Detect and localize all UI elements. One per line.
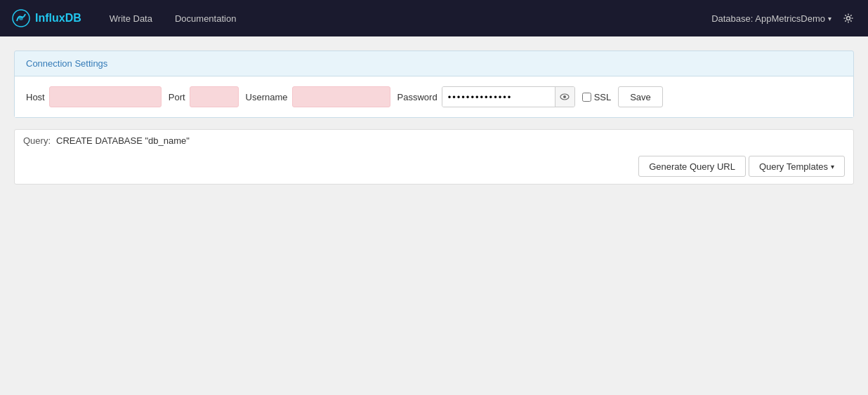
query-row: Query: bbox=[15, 130, 853, 152]
username-label: Username bbox=[246, 92, 288, 102]
svg-point-1 bbox=[19, 16, 23, 20]
connection-settings-title: Connection Settings bbox=[26, 58, 107, 69]
navbar-links: Write Data Documentation bbox=[98, 0, 711, 36]
navbar: InfluxDB Write Data Documentation Databa… bbox=[0, 0, 868, 36]
main-content: Connection Settings Host Port Username P… bbox=[0, 36, 868, 394]
nav-documentation[interactable]: Documentation bbox=[164, 0, 247, 36]
query-actions: Generate Query URL Query Templates ▾ bbox=[15, 152, 853, 184]
navbar-right: Database: AppMetricsDemo ▾ bbox=[711, 10, 857, 27]
database-selector-label: Database: AppMetricsDemo bbox=[711, 13, 825, 24]
username-field-group: Username bbox=[246, 86, 390, 107]
influxdb-logo-icon bbox=[11, 8, 31, 28]
query-input[interactable] bbox=[56, 135, 845, 146]
chevron-down-icon: ▾ bbox=[828, 15, 831, 22]
query-templates-button[interactable]: Query Templates ▾ bbox=[749, 156, 845, 177]
brand: InfluxDB bbox=[11, 8, 81, 28]
query-label: Query: bbox=[23, 135, 51, 146]
query-templates-label: Query Templates bbox=[759, 161, 828, 172]
svg-point-4 bbox=[563, 95, 566, 98]
nav-write-data[interactable]: Write Data bbox=[98, 0, 164, 36]
chevron-down-icon: ▾ bbox=[831, 163, 834, 170]
host-field-group: Host bbox=[26, 86, 162, 107]
password-input[interactable] bbox=[442, 87, 555, 107]
username-input[interactable] bbox=[292, 86, 390, 107]
ssl-label[interactable]: SSL bbox=[594, 92, 612, 102]
svg-point-2 bbox=[847, 17, 850, 20]
ssl-field-group: SSL bbox=[582, 92, 612, 102]
password-input-wrapper bbox=[442, 86, 575, 107]
gear-icon bbox=[843, 13, 854, 24]
port-field-group: Port bbox=[169, 86, 239, 107]
host-input[interactable] bbox=[49, 86, 162, 107]
port-label: Port bbox=[169, 92, 185, 102]
password-label: Password bbox=[397, 92, 438, 102]
host-label: Host bbox=[26, 92, 45, 102]
port-input[interactable] bbox=[190, 86, 239, 107]
ssl-checkbox[interactable] bbox=[582, 93, 591, 102]
save-button[interactable]: Save bbox=[618, 86, 663, 107]
settings-button[interactable] bbox=[840, 10, 857, 27]
connection-settings-header: Connection Settings bbox=[15, 51, 853, 76]
password-toggle-button[interactable] bbox=[555, 87, 574, 107]
brand-name: InfluxDB bbox=[35, 12, 81, 25]
connection-settings-panel: Connection Settings Host Port Username P… bbox=[14, 51, 854, 118]
eye-icon bbox=[560, 93, 570, 100]
connection-settings-body: Host Port Username Password bbox=[15, 76, 853, 117]
database-selector[interactable]: Database: AppMetricsDemo ▾ bbox=[711, 13, 831, 24]
query-panel: Query: Generate Query URL Query Template… bbox=[14, 129, 854, 185]
password-field-group: Password bbox=[397, 86, 575, 107]
generate-query-url-button[interactable]: Generate Query URL bbox=[638, 156, 746, 177]
